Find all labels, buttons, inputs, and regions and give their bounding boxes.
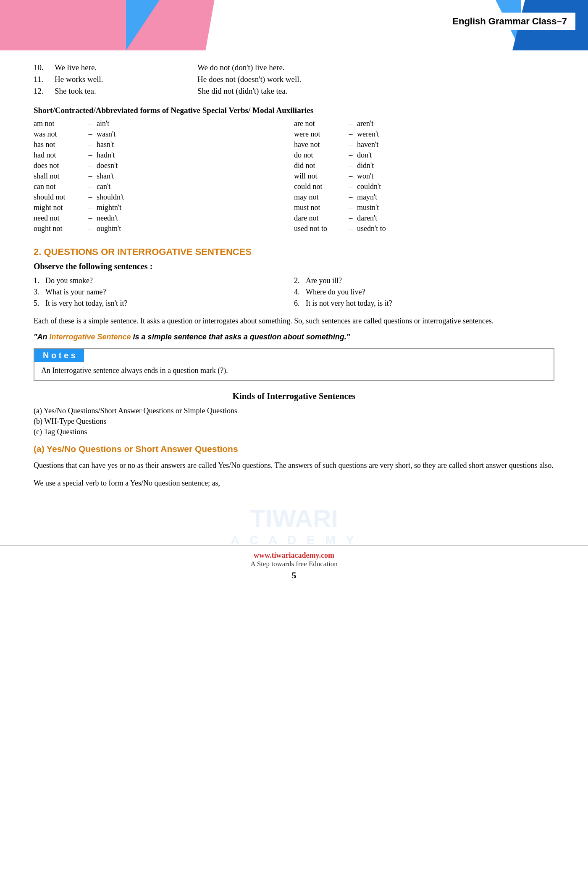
neg-contracted: didn't bbox=[357, 161, 403, 170]
neg-word: have not bbox=[294, 140, 344, 149]
notes-label: N o t e s bbox=[34, 349, 84, 362]
sentence-num: 10. bbox=[34, 63, 55, 72]
neg-row: may not – mayn't bbox=[294, 193, 554, 202]
neg-word: did not bbox=[294, 161, 344, 170]
sentence-row-12: 12. She took tea. She did not (didn't) t… bbox=[34, 87, 554, 96]
neg-dash: – bbox=[344, 140, 357, 149]
neg-word: can not bbox=[34, 182, 84, 191]
neg-dash: – bbox=[344, 203, 357, 212]
para3: We use a special verb to form a Yes/No q… bbox=[34, 477, 554, 490]
neg-dash: – bbox=[84, 224, 97, 233]
neg-row: was not – wasn't bbox=[34, 130, 294, 139]
neg-row: were not – weren't bbox=[294, 130, 554, 139]
neg-dash: – bbox=[344, 119, 357, 128]
sub-section-a-heading: (a) Yes/No Questions or Short Answer Que… bbox=[34, 444, 554, 454]
neg-word: dare not bbox=[294, 214, 344, 223]
neg-dash: – bbox=[84, 182, 97, 191]
neg-dash: – bbox=[84, 161, 97, 170]
neg-contracted: couldn't bbox=[357, 182, 403, 191]
item-text: It is very hot today, isn't it? bbox=[45, 299, 128, 308]
kinds-item-b: (b) WH-Type Questions bbox=[34, 417, 554, 426]
neg-dash: – bbox=[344, 193, 357, 202]
def-prefix: "An bbox=[34, 333, 50, 341]
neg-contracted: needn't bbox=[97, 214, 143, 223]
neg-row: should not – shouldn't bbox=[34, 193, 294, 202]
header-title-box: English Grammar Class–7 bbox=[444, 13, 575, 30]
neg-word: might not bbox=[34, 203, 84, 212]
item-num: 4. bbox=[294, 288, 306, 297]
item-text: What is your name? bbox=[45, 288, 106, 297]
notes-label-bar: N o t e s bbox=[34, 349, 554, 362]
pink-decoration bbox=[0, 0, 215, 50]
neg-contracted: hasn't bbox=[97, 140, 143, 149]
footer-website: www.tiwariacademy.com bbox=[0, 551, 588, 560]
neg-word: was not bbox=[34, 130, 84, 139]
neg-row: shall not – shan't bbox=[34, 172, 294, 181]
neg-word: will not bbox=[294, 172, 344, 181]
neg-row: might not – mightn't bbox=[34, 203, 294, 212]
neg-row: need not – needn't bbox=[34, 214, 294, 223]
neg-row: had not – hadn't bbox=[34, 151, 294, 160]
example-item-1: 1. Do you smoke? bbox=[34, 276, 294, 285]
neg-word: need not bbox=[34, 214, 84, 223]
item-text: Where do you live? bbox=[306, 288, 365, 297]
neg-contracted: shan't bbox=[97, 172, 143, 181]
neg-dash: – bbox=[84, 151, 97, 160]
neg-row: can not – can't bbox=[34, 182, 294, 191]
neg-contracted: usedn't to bbox=[357, 224, 403, 233]
def-italic: Interrogative Sentence bbox=[50, 333, 131, 341]
neg-dash: – bbox=[344, 214, 357, 223]
neg-forms-table: am not – ain't was not – wasn't has not … bbox=[34, 119, 554, 235]
neg-word: should not bbox=[34, 193, 84, 202]
sentence-row-10: 10. We live here. We do not (don't) live… bbox=[34, 63, 554, 72]
neg-col-left: am not – ain't was not – wasn't has not … bbox=[34, 119, 294, 235]
neg-contracted: mayn't bbox=[357, 193, 403, 202]
neg-contracted: mightn't bbox=[97, 203, 143, 212]
neg-contracted: weren't bbox=[357, 130, 403, 139]
neg-contracted: don't bbox=[357, 151, 403, 160]
neg-section-heading: Short/Contracted/Abbreviated forms of Ne… bbox=[34, 106, 554, 115]
item-text: It is not very hot today, is it? bbox=[306, 299, 392, 308]
neg-dash: – bbox=[84, 193, 97, 202]
sentence-right: He does not (doesn't) work well. bbox=[197, 75, 301, 84]
neg-row: has not – hasn't bbox=[34, 140, 294, 149]
neg-row: used not to – usedn't to bbox=[294, 224, 554, 233]
kinds-heading: Kinds of Interrogative Sentences bbox=[34, 391, 554, 402]
neg-contracted: mustn't bbox=[357, 203, 403, 212]
neg-contracted: won't bbox=[357, 172, 403, 181]
neg-dash: – bbox=[84, 119, 97, 128]
item-text: Are you ill? bbox=[306, 276, 342, 285]
neg-word: could not bbox=[294, 182, 344, 191]
example-item-5: 5. It is very hot today, isn't it? bbox=[34, 299, 294, 308]
main-content: 10. We live here. We do not (don't) live… bbox=[0, 63, 588, 520]
def-suffix: is a simple sentence that asks a questio… bbox=[131, 333, 350, 341]
item-num: 5. bbox=[34, 299, 45, 308]
example-item-3: 3. What is your name? bbox=[34, 288, 294, 297]
footer-page: 5 bbox=[0, 570, 588, 581]
item-num: 6. bbox=[294, 299, 306, 308]
blue-triangle bbox=[126, 0, 160, 50]
neg-dash: – bbox=[344, 151, 357, 160]
neg-word: used not to bbox=[294, 224, 344, 233]
sentence-left: We live here. bbox=[55, 63, 197, 72]
para1: Each of these is a simple sentence. It a… bbox=[34, 315, 554, 328]
kinds-item-c: (c) Tag Questions bbox=[34, 428, 554, 436]
neg-dash: – bbox=[344, 182, 357, 191]
notes-content: An Interrogative sentence always ends in… bbox=[34, 362, 554, 380]
neg-contracted: daren't bbox=[357, 214, 403, 223]
item-num: 2. bbox=[294, 276, 306, 285]
neg-row: am not – ain't bbox=[34, 119, 294, 128]
neg-word: were not bbox=[294, 130, 344, 139]
section2-heading: 2. QUESTIONS OR INTERROGATIVE SENTENCES bbox=[34, 247, 554, 257]
kinds-item-a: (a) Yes/No Questions/Short Answer Questi… bbox=[34, 407, 554, 415]
kinds-list: (a) Yes/No Questions/Short Answer Questi… bbox=[34, 407, 554, 436]
example-sentences-list: 1. Do you smoke? 2. Are you ill? 3. What… bbox=[34, 276, 554, 310]
neg-word: ought not bbox=[34, 224, 84, 233]
neg-col-right: are not – aren't were not – weren't have… bbox=[294, 119, 554, 235]
neg-word: shall not bbox=[34, 172, 84, 181]
sentence-right: We do not (don't) live here. bbox=[197, 63, 285, 72]
example-item-2: 2. Are you ill? bbox=[294, 276, 554, 285]
neg-row: have not – haven't bbox=[294, 140, 554, 149]
neg-row: ought not – oughtn't bbox=[34, 224, 294, 233]
neg-contracted: hadn't bbox=[97, 151, 143, 160]
